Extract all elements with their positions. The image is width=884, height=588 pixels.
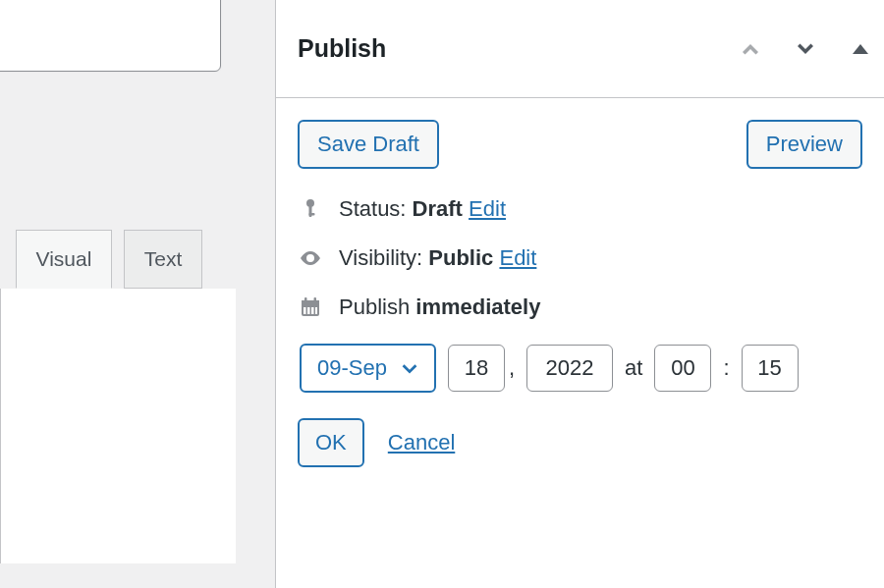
editor-tabs: Visual Text: [16, 230, 216, 465]
save-draft-button[interactable]: Save Draft: [298, 120, 439, 169]
publish-title: Publish: [298, 34, 386, 63]
schedule-row: Publish immediately: [298, 294, 862, 320]
visibility-row: Visibility: Public Edit: [298, 245, 862, 271]
svg-point-3: [308, 256, 312, 260]
svg-rect-7: [307, 307, 310, 314]
day-value: 18: [465, 355, 488, 380]
hour-input[interactable]: 00: [654, 345, 711, 392]
svg-rect-2: [309, 213, 315, 216]
post-title-input[interactable]: [0, 0, 221, 72]
preview-label: Preview: [766, 132, 843, 156]
month-select[interactable]: 09-Sep: [300, 344, 436, 393]
svg-rect-6: [304, 307, 306, 314]
hour-value: 00: [671, 355, 694, 380]
schedule-value: immediately: [415, 294, 540, 319]
chevron-down-icon: [399, 357, 420, 379]
minute-input[interactable]: 15: [742, 345, 799, 392]
visibility-edit-link[interactable]: Edit: [499, 245, 536, 270]
minute-value: 15: [757, 355, 781, 380]
svg-rect-9: [315, 307, 317, 314]
publish-header: Publish: [276, 0, 884, 98]
move-down-icon[interactable]: [790, 33, 821, 65]
eye-icon: [298, 246, 323, 270]
key-icon: [298, 197, 323, 221]
svg-rect-11: [314, 297, 317, 302]
status-label: Status:: [339, 196, 406, 221]
status-row: Status: Draft Edit: [298, 196, 862, 222]
svg-point-0: [306, 199, 314, 207]
comma: ,: [509, 355, 515, 381]
toggle-panel-icon[interactable]: [845, 33, 876, 65]
preview-button[interactable]: Preview: [746, 120, 862, 169]
month-value: 09-Sep: [317, 355, 387, 381]
time-colon: :: [723, 355, 729, 381]
cancel-link[interactable]: Cancel: [388, 430, 455, 455]
timestamp-editor: 09-Sep 18 , 2022 at 00 : 15: [298, 344, 862, 393]
svg-rect-5: [302, 300, 319, 305]
at-label: at: [625, 355, 642, 381]
calendar-icon: [298, 295, 323, 319]
visibility-value: Public: [428, 245, 493, 270]
tab-text-label: Text: [144, 247, 183, 271]
move-up-icon[interactable]: [735, 33, 766, 65]
tab-visual-label: Visual: [36, 247, 92, 271]
ok-label: OK: [315, 430, 347, 454]
svg-rect-8: [311, 307, 314, 314]
ok-button[interactable]: OK: [298, 418, 364, 467]
visibility-label: Visibility:: [339, 245, 422, 270]
save-draft-label: Save Draft: [317, 132, 419, 156]
day-input[interactable]: 18: [448, 345, 505, 392]
svg-rect-10: [304, 297, 307, 302]
year-value: 2022: [546, 355, 594, 380]
tab-visual[interactable]: Visual: [16, 230, 112, 289]
year-input[interactable]: 2022: [526, 345, 613, 392]
tab-text[interactable]: Text: [124, 230, 202, 289]
timestamp-confirm-row: OK Cancel: [298, 418, 862, 467]
status-value: Draft: [413, 196, 463, 221]
schedule-label: Publish: [339, 294, 410, 319]
status-edit-link[interactable]: Edit: [469, 196, 506, 221]
publish-metabox: Publish Save Draft Preview: [275, 0, 884, 588]
